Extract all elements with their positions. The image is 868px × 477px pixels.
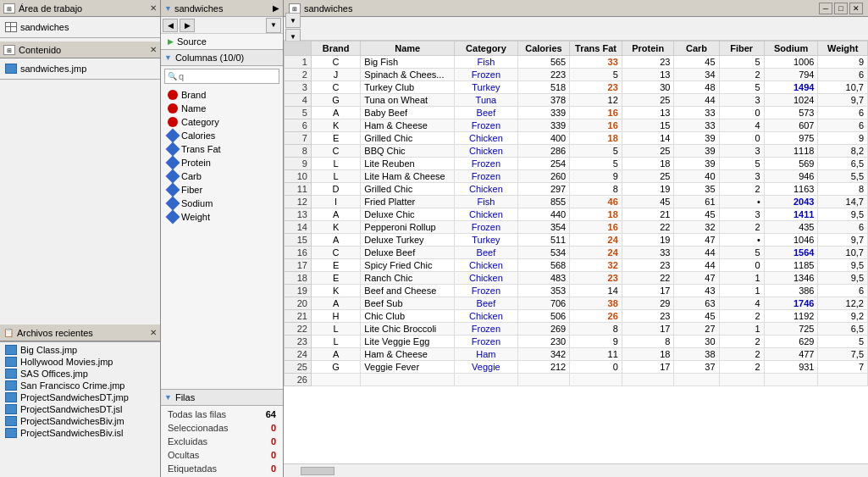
cell-brand: A (311, 208, 360, 221)
column-item[interactable]: Carb (161, 169, 283, 183)
mid-panel-nav-btn[interactable]: ▶ (273, 3, 279, 13)
recent-file-item[interactable]: ProjectSandwichesDT.jsl (3, 403, 157, 415)
cell-calories: 339 (517, 119, 570, 132)
filter-dropdown-btn[interactable]: ▼ (266, 18, 281, 33)
col-header-carb[interactable]: Carb (674, 42, 719, 56)
cell-carb: 48 (674, 81, 719, 94)
recent-file-item[interactable]: ProjectSandwichesBiv.jm (3, 415, 157, 427)
table-row: 26 (285, 374, 868, 386)
row-number: 7 (285, 132, 312, 145)
workspace-item-sandwiches[interactable]: sandwiches (3, 20, 157, 34)
table-row: 23LLite Veggie EggFrozen230983026295 (285, 336, 868, 348)
close-btn[interactable]: ✕ (849, 3, 863, 14)
table-row: 16CDeluxe BeefBeef5342433445156410,7 (285, 247, 868, 259)
workspace-close-btn[interactable]: ✕ (150, 3, 157, 13)
cell-calories: 855 (517, 196, 570, 208)
cell-name: Beef and Cheese (361, 285, 455, 297)
cell-brand: K (311, 119, 360, 132)
row-stat-label: Ocultas (168, 450, 199, 460)
col-header-brand[interactable]: Brand (311, 42, 360, 56)
content-close-btn[interactable]: ✕ (150, 45, 157, 54)
col-header-weight[interactable]: Weight (818, 42, 868, 56)
row-stat-value: 0 (271, 436, 276, 446)
column-item[interactable]: Protein (161, 156, 283, 169)
row-stat-label: Todas las filas (168, 409, 226, 419)
column-item[interactable]: Trans Fat (161, 142, 283, 156)
search-box[interactable]: 🔍 (164, 69, 279, 84)
content-item-sandwiches[interactable]: sandwiches.jmp (3, 62, 157, 75)
column-item[interactable]: Category (161, 115, 283, 129)
cell-calories: 297 (517, 183, 570, 196)
recent-file-item[interactable]: Big Class.jmp (3, 344, 157, 356)
cell-carb: 39 (674, 145, 719, 158)
column-item[interactable]: Name (161, 102, 283, 115)
column-item[interactable]: Brand (161, 88, 283, 102)
cell-brand: J (311, 69, 360, 81)
cell-sodium: 1163 (764, 183, 818, 196)
recent-file-item[interactable]: SAS Offices.jmp (3, 368, 157, 380)
horizontal-scrollbar[interactable] (284, 463, 868, 477)
cell-weight: 6 (818, 107, 868, 119)
col-header-calories[interactable]: Calories (517, 42, 570, 56)
search-input[interactable] (179, 71, 276, 81)
cell-sodium: 725 (764, 323, 818, 336)
cell-weight: 8 (818, 183, 868, 196)
column-item[interactable]: Fiber (161, 183, 283, 197)
main-title: sandwiches (304, 3, 352, 14)
cell-name: Lite Chic Broccoli (361, 323, 455, 336)
table-row: 20ABeef SubBeef7063829634174612,2 (285, 297, 868, 310)
cell-brand: L (311, 158, 360, 170)
minimize-btn[interactable]: ─ (819, 3, 832, 14)
col-header-protein[interactable]: Protein (622, 42, 674, 56)
cell-brand: A (311, 297, 360, 310)
col-header-sodium[interactable]: Sodium (764, 42, 818, 56)
table-row: 5ABaby BeefBeef33916133305736 (285, 107, 868, 119)
cell-name: Chic Club (361, 310, 455, 323)
cell-weight: 5,5 (818, 170, 868, 183)
column-item[interactable]: Sodium (161, 197, 283, 210)
recent-file-item[interactable]: ProjectSandwichesDT.jmp (3, 391, 157, 403)
source-item[interactable]: ▶ Source (161, 34, 283, 49)
cell-calories: 565 (517, 56, 570, 69)
cell-trans-fat: 23 (570, 81, 622, 94)
cell-sodium: 1346 (764, 272, 818, 285)
filter-row-controls: ▼ ▼ (285, 13, 301, 44)
cell-carb: 45 (674, 56, 719, 69)
cell-protein: 29 (622, 297, 674, 310)
cell-carb: 32 (674, 221, 719, 234)
scroll-thumb[interactable] (301, 467, 334, 475)
cell-brand: A (311, 107, 360, 119)
cell-brand: A (311, 234, 360, 247)
recent-file-item[interactable]: Hollywood Movies.jmp (3, 356, 157, 368)
table-row: 9LLite ReubenFrozen2545183955696,5 (285, 158, 868, 170)
maximize-btn[interactable]: □ (834, 3, 848, 14)
cell-protein: 23 (622, 310, 674, 323)
cell-fiber: 0 (719, 107, 764, 119)
col-header-name[interactable]: Name (361, 42, 455, 56)
nav-right-btn[interactable]: ▶ (180, 19, 195, 32)
col-header-trans-fat[interactable]: Trans Fat (570, 42, 622, 56)
column-item[interactable]: Weight (161, 210, 283, 224)
recent-close-btn[interactable]: ✕ (150, 328, 157, 337)
cell-fiber: 3 (719, 94, 764, 107)
column-item[interactable]: Calories (161, 129, 283, 142)
data-table-container[interactable]: BrandNameCategoryCaloriesTrans FatProtei… (284, 41, 868, 463)
row-filter-btn-top[interactable]: ▼ (285, 13, 301, 28)
cell-fiber: 2 (719, 348, 764, 361)
cell-trans-fat: 24 (570, 234, 622, 247)
cell-brand: K (311, 285, 360, 297)
col-header-fiber[interactable]: Fiber (719, 42, 764, 56)
cell-trans-fat: 5 (570, 145, 622, 158)
filter-arrow-icon: ▼ (270, 21, 277, 29)
cell-calories: 260 (517, 170, 570, 183)
recent-file-item[interactable]: San Francisco Crime.jmp (3, 380, 157, 391)
table-row: 18ERanch ChicChicken483232247113469,5 (285, 272, 868, 285)
cell-category: Tuna (455, 94, 517, 107)
nav-left-btn[interactable]: ◀ (163, 19, 178, 32)
cell-calories: 534 (517, 247, 570, 259)
row-number: 18 (285, 272, 312, 285)
columns-label: Columnas (10/0) (175, 53, 244, 63)
cell-name: Veggie Fever (361, 361, 455, 374)
recent-file-item[interactable]: ProjectSandwichesBiv.isl (3, 427, 157, 439)
col-header-category[interactable]: Category (455, 42, 517, 56)
